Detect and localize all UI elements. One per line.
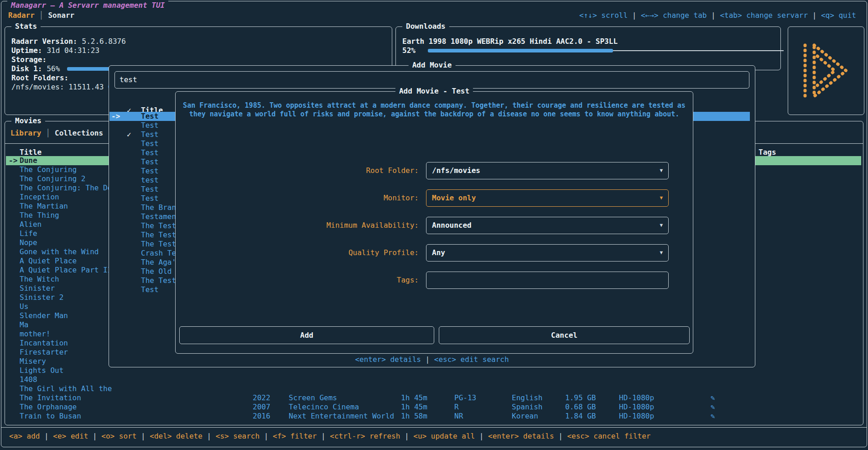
tab-sonarr[interactable]: Sonarr bbox=[48, 11, 74, 20]
app-title: Managarr – A Servarr management TUI bbox=[7, 1, 168, 10]
movie-search-input[interactable]: test bbox=[114, 71, 749, 89]
logo-panel bbox=[788, 26, 864, 115]
radarr-version-label: Radarr Version: bbox=[11, 37, 78, 46]
disk-label: Disk 1: bbox=[11, 64, 42, 73]
monitored-icon: ✎ bbox=[711, 393, 715, 403]
download-item-title: Earth 1998 1080p WEBRip x265 Hindi AAC2.… bbox=[402, 37, 618, 46]
download-item: Earth 1998 1080p WEBRip x265 Hindi AAC2.… bbox=[402, 37, 774, 46]
root-folders-label: Root Folders: bbox=[11, 73, 68, 82]
storage-line: Storage: bbox=[11, 55, 385, 64]
tab-radarr[interactable]: Radarr bbox=[8, 11, 35, 20]
movies-panel-title: Movies bbox=[11, 116, 45, 126]
movie-row[interactable]: Train to Busan2016Next Entertainment Wor… bbox=[6, 412, 861, 421]
disk-percent-value: 56% bbox=[47, 64, 60, 73]
column-header-title: Title bbox=[20, 148, 42, 157]
uptime-line: Uptime:31d 04:31:23 bbox=[11, 46, 385, 55]
downloads-body: Earth 1998 1080p WEBRip x265 Hindi AAC2.… bbox=[402, 37, 774, 55]
footer-divider bbox=[1, 427, 867, 428]
movie-row[interactable]: Lights Out bbox=[6, 366, 861, 375]
movie-row[interactable]: The Invitation2022Screen Gems1h 45mPG-13… bbox=[6, 393, 861, 403]
monitored-icon: ✎ bbox=[711, 403, 715, 412]
uptime-label: Uptime: bbox=[11, 46, 42, 55]
tab-library[interactable]: Library bbox=[10, 129, 41, 137]
top-keybinding-hints: <↑↓> scroll | <←→> change tab | <tab> ch… bbox=[579, 11, 856, 20]
servarr-tabs: Radarr│Sonarr bbox=[8, 11, 74, 20]
library-tabs: Library│Collections│ bbox=[10, 129, 117, 138]
root-folder-path: /nfs/movies: 11511.43 GB bbox=[11, 83, 117, 91]
stats-panel-title: Stats bbox=[11, 22, 41, 31]
radarr-version-line: Radarr Version:5.2.6.8376 bbox=[11, 37, 385, 46]
popup-keybinding-hints: <enter> details | <esc> edit search bbox=[109, 355, 755, 364]
movie-row[interactable]: The Girl with All the bbox=[6, 384, 861, 393]
movie-row[interactable]: 1408 bbox=[6, 375, 861, 384]
downloads-panel-title: Downloads bbox=[402, 22, 449, 31]
add-movie-modal: Add Movie - Test San Francisco, 1985. Tw… bbox=[175, 91, 693, 354]
cancel-button[interactable]: Cancel bbox=[439, 326, 690, 344]
radarr-version-value: 5.2.6.8376 bbox=[82, 37, 126, 46]
download-progress-gauge bbox=[428, 48, 784, 53]
movie-row[interactable]: The Orphanage2007Telecinco Cinema1h 45mR… bbox=[6, 403, 861, 412]
bottom-keybinding-hints: <a> add | <e> edit | <o> sort | <del> de… bbox=[9, 432, 650, 441]
download-progress-line: 52% bbox=[402, 46, 774, 55]
uptime-value: 31d 04:31:23 bbox=[47, 46, 99, 55]
download-percent: 52% bbox=[402, 46, 416, 55]
add-movie-popup-title: Add Movie bbox=[409, 61, 456, 70]
tab-collections[interactable]: Collections bbox=[55, 129, 103, 137]
add-movie-buttons: AddCancel bbox=[176, 92, 693, 353]
add-button[interactable]: Add bbox=[179, 326, 434, 344]
column-header-tags: Tags bbox=[759, 148, 776, 157]
gauge-track bbox=[613, 50, 784, 51]
gauge-fill bbox=[428, 49, 613, 52]
in-library-check-icon: ✓ bbox=[127, 130, 131, 139]
managarr-logo-icon bbox=[799, 41, 853, 101]
storage-label: Storage: bbox=[11, 55, 47, 64]
monitored-icon: ✎ bbox=[711, 412, 715, 421]
